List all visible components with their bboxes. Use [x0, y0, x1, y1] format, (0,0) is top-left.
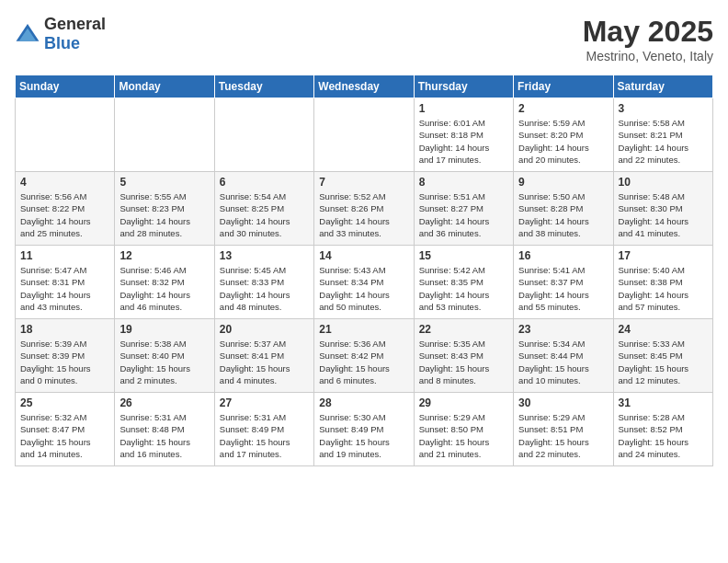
calendar-cell: 28Sunrise: 5:30 AM Sunset: 8:49 PM Dayli… [314, 393, 414, 466]
day-info: Sunrise: 6:01 AM Sunset: 8:18 PM Dayligh… [419, 117, 508, 166]
day-info: Sunrise: 5:58 AM Sunset: 8:21 PM Dayligh… [619, 117, 708, 166]
day-info: Sunrise: 5:52 AM Sunset: 8:26 PM Dayligh… [319, 190, 408, 239]
weekday-header-row: SundayMondayTuesdayWednesdayThursdayFrid… [16, 75, 713, 98]
calendar-cell: 19Sunrise: 5:38 AM Sunset: 8:40 PM Dayli… [115, 319, 214, 393]
day-info: Sunrise: 5:50 AM Sunset: 8:28 PM Dayligh… [518, 190, 608, 239]
day-number: 25 [20, 396, 109, 409]
weekday-header-sunday: Sunday [16, 75, 115, 98]
day-info: Sunrise: 5:31 AM Sunset: 8:48 PM Dayligh… [119, 411, 209, 460]
calendar-cell: 12Sunrise: 5:46 AM Sunset: 8:32 PM Dayli… [115, 246, 214, 319]
day-info: Sunrise: 5:54 AM Sunset: 8:25 PM Dayligh… [220, 190, 309, 239]
day-info: Sunrise: 5:43 AM Sunset: 8:34 PM Dayligh… [319, 264, 408, 313]
calendar-cell: 25Sunrise: 5:32 AM Sunset: 8:47 PM Dayli… [16, 393, 115, 466]
day-info: Sunrise: 5:30 AM Sunset: 8:49 PM Dayligh… [319, 411, 408, 460]
calendar-week-5: 25Sunrise: 5:32 AM Sunset: 8:47 PM Dayli… [16, 393, 713, 466]
calendar-cell: 5Sunrise: 5:55 AM Sunset: 8:23 PM Daylig… [115, 172, 214, 246]
day-info: Sunrise: 5:40 AM Sunset: 8:38 PM Dayligh… [619, 264, 708, 313]
weekday-header-tuesday: Tuesday [214, 75, 313, 98]
calendar-cell: 10Sunrise: 5:48 AM Sunset: 8:30 PM Dayli… [613, 172, 712, 246]
day-info: Sunrise: 5:35 AM Sunset: 8:43 PM Dayligh… [419, 338, 508, 386]
day-info: Sunrise: 5:39 AM Sunset: 8:39 PM Dayligh… [20, 338, 109, 386]
logo: General Blue [15, 15, 106, 53]
calendar-table: SundayMondayTuesdayWednesdayThursdayFrid… [15, 75, 713, 466]
calendar-cell: 23Sunrise: 5:34 AM Sunset: 8:44 PM Dayli… [514, 319, 613, 393]
weekday-header-wednesday: Wednesday [314, 75, 414, 98]
day-number: 13 [220, 249, 309, 262]
calendar-cell: 22Sunrise: 5:35 AM Sunset: 8:43 PM Dayli… [414, 319, 513, 393]
calendar-cell: 2Sunrise: 5:59 AM Sunset: 8:20 PM Daylig… [514, 98, 613, 172]
day-info: Sunrise: 5:29 AM Sunset: 8:50 PM Dayligh… [419, 411, 508, 460]
day-number: 19 [119, 323, 209, 336]
day-number: 11 [20, 249, 109, 262]
day-info: Sunrise: 5:36 AM Sunset: 8:42 PM Dayligh… [319, 338, 408, 386]
calendar-cell: 6Sunrise: 5:54 AM Sunset: 8:25 PM Daylig… [214, 172, 313, 246]
calendar-cell: 3Sunrise: 5:58 AM Sunset: 8:21 PM Daylig… [613, 98, 712, 172]
calendar-cell: 20Sunrise: 5:37 AM Sunset: 8:41 PM Dayli… [214, 319, 313, 393]
calendar-cell: 14Sunrise: 5:43 AM Sunset: 8:34 PM Dayli… [314, 246, 414, 319]
day-number: 21 [319, 323, 408, 336]
calendar-cell: 8Sunrise: 5:51 AM Sunset: 8:27 PM Daylig… [414, 172, 513, 246]
weekday-header-friday: Friday [514, 75, 613, 98]
calendar-cell: 16Sunrise: 5:41 AM Sunset: 8:37 PM Dayli… [514, 246, 613, 319]
day-number: 6 [220, 176, 309, 189]
day-number: 29 [419, 396, 508, 409]
day-number: 17 [619, 249, 708, 262]
title-block: May 2025 Mestrino, Veneto, Italy [583, 15, 713, 63]
day-number: 5 [119, 176, 209, 189]
calendar-cell: 26Sunrise: 5:31 AM Sunset: 8:48 PM Dayli… [115, 393, 214, 466]
day-number: 9 [518, 176, 608, 189]
day-info: Sunrise: 5:29 AM Sunset: 8:51 PM Dayligh… [518, 411, 608, 460]
calendar-cell: 29Sunrise: 5:29 AM Sunset: 8:50 PM Dayli… [414, 393, 513, 466]
calendar-cell: 15Sunrise: 5:42 AM Sunset: 8:35 PM Dayli… [414, 246, 513, 319]
calendar-cell: 9Sunrise: 5:50 AM Sunset: 8:28 PM Daylig… [514, 172, 613, 246]
day-number: 14 [319, 249, 408, 262]
day-info: Sunrise: 5:34 AM Sunset: 8:44 PM Dayligh… [518, 338, 608, 386]
day-info: Sunrise: 5:48 AM Sunset: 8:30 PM Dayligh… [619, 190, 708, 239]
calendar-cell: 4Sunrise: 5:56 AM Sunset: 8:22 PM Daylig… [16, 172, 115, 246]
day-info: Sunrise: 5:47 AM Sunset: 8:31 PM Dayligh… [20, 264, 109, 313]
calendar-week-4: 18Sunrise: 5:39 AM Sunset: 8:39 PM Dayli… [16, 319, 713, 393]
day-number: 10 [619, 176, 708, 189]
calendar-cell: 27Sunrise: 5:31 AM Sunset: 8:49 PM Dayli… [214, 393, 313, 466]
day-number: 22 [419, 323, 508, 336]
logo-general: General [44, 15, 106, 33]
calendar-cell: 1Sunrise: 6:01 AM Sunset: 8:18 PM Daylig… [414, 98, 513, 172]
weekday-header-thursday: Thursday [414, 75, 513, 98]
logo-icon [15, 21, 40, 47]
calendar-cell [16, 98, 115, 172]
day-number: 23 [518, 323, 608, 336]
calendar-subtitle: Mestrino, Veneto, Italy [583, 49, 713, 63]
calendar-week-1: 1Sunrise: 6:01 AM Sunset: 8:18 PM Daylig… [16, 98, 713, 172]
calendar-week-2: 4Sunrise: 5:56 AM Sunset: 8:22 PM Daylig… [16, 172, 713, 246]
weekday-header-monday: Monday [115, 75, 214, 98]
calendar-cell: 13Sunrise: 5:45 AM Sunset: 8:33 PM Dayli… [214, 246, 313, 319]
day-number: 15 [419, 249, 508, 262]
calendar-cell: 18Sunrise: 5:39 AM Sunset: 8:39 PM Dayli… [16, 319, 115, 393]
day-info: Sunrise: 5:56 AM Sunset: 8:22 PM Dayligh… [20, 190, 109, 239]
calendar-cell [115, 98, 214, 172]
day-number: 2 [518, 102, 608, 115]
calendar-cell: 30Sunrise: 5:29 AM Sunset: 8:51 PM Dayli… [514, 393, 613, 466]
day-info: Sunrise: 5:37 AM Sunset: 8:41 PM Dayligh… [220, 338, 309, 386]
day-number: 7 [319, 176, 408, 189]
day-number: 3 [619, 102, 708, 115]
calendar-cell: 7Sunrise: 5:52 AM Sunset: 8:26 PM Daylig… [314, 172, 414, 246]
day-info: Sunrise: 5:33 AM Sunset: 8:45 PM Dayligh… [619, 338, 708, 386]
calendar-cell: 24Sunrise: 5:33 AM Sunset: 8:45 PM Dayli… [613, 319, 712, 393]
day-info: Sunrise: 5:41 AM Sunset: 8:37 PM Dayligh… [518, 264, 608, 313]
day-info: Sunrise: 5:38 AM Sunset: 8:40 PM Dayligh… [119, 338, 209, 386]
day-number: 20 [220, 323, 309, 336]
day-number: 31 [619, 396, 708, 409]
day-info: Sunrise: 5:46 AM Sunset: 8:32 PM Dayligh… [119, 264, 209, 313]
day-number: 16 [518, 249, 608, 262]
day-number: 30 [518, 396, 608, 409]
day-number: 27 [220, 396, 309, 409]
day-number: 4 [20, 176, 109, 189]
day-number: 24 [619, 323, 708, 336]
calendar-cell: 21Sunrise: 5:36 AM Sunset: 8:42 PM Dayli… [314, 319, 414, 393]
calendar-week-3: 11Sunrise: 5:47 AM Sunset: 8:31 PM Dayli… [16, 246, 713, 319]
day-info: Sunrise: 5:55 AM Sunset: 8:23 PM Dayligh… [119, 190, 209, 239]
day-info: Sunrise: 5:51 AM Sunset: 8:27 PM Dayligh… [419, 190, 508, 239]
day-info: Sunrise: 5:31 AM Sunset: 8:49 PM Dayligh… [220, 411, 309, 460]
day-number: 1 [419, 102, 508, 115]
